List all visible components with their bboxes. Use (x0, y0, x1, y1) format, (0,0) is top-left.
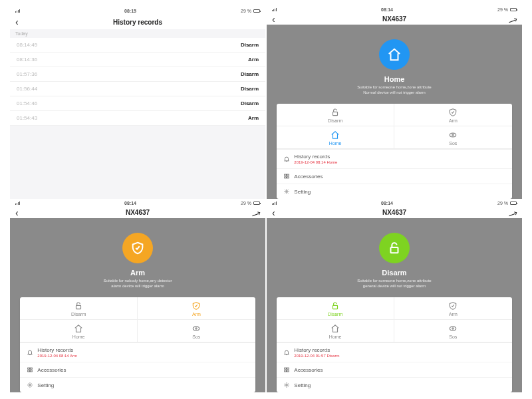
accessories-icon (283, 366, 290, 373)
history-time: 01:56:44 (17, 86, 37, 92)
history-row[interactable]: 08:14:36Arm (10, 53, 265, 67)
signal-icon (15, 201, 20, 205)
history-list: 08:14:49Disarm08:14:36Arm01:57:36Disarm0… (10, 38, 265, 126)
gear-icon (283, 188, 290, 195)
menu-accessories[interactable]: Accessories (20, 362, 255, 378)
menu-history[interactable]: History records2019-12-04 01:57 Disarm (277, 343, 511, 362)
sos-icon (192, 324, 201, 333)
signal-icon (272, 201, 277, 205)
status-bar: 08:14 29 % (267, 7, 522, 13)
signal-icon (272, 8, 277, 11)
hero-circle-arm (122, 233, 153, 263)
header: ‹ NX4637 (267, 13, 522, 25)
mode-sos[interactable]: Sos (394, 320, 512, 342)
bell-icon (27, 349, 33, 356)
hero-subtitle: Suitable for someone home,zone attribute… (338, 279, 450, 289)
header: ‹ NX4637 (267, 207, 522, 219)
battery-icon (253, 9, 260, 13)
menu-accessories[interactable]: Accessories (277, 169, 511, 184)
back-icon[interactable]: ‹ (272, 14, 275, 25)
page-title: NX4637 (126, 209, 150, 216)
screen-history: 08:15 29 % ‹ History records Today 08:14… (10, 7, 265, 199)
home-icon (74, 324, 83, 333)
history-label: Disarm (241, 86, 259, 92)
shield-icon (448, 301, 458, 311)
hero-title: Disarm (382, 269, 406, 277)
history-row[interactable]: 01:54:43Arm (10, 111, 265, 126)
status-bar: 08:14 29 % (267, 200, 522, 207)
menu-setting[interactable]: Setting (277, 378, 511, 392)
header: ‹ NX4637 (10, 207, 265, 219)
edit-icon[interactable] (252, 209, 259, 216)
mode-home[interactable]: Home (20, 320, 138, 342)
signal-icon (15, 9, 20, 13)
history-time: 01:57:36 (17, 71, 37, 77)
back-icon[interactable]: ‹ (272, 207, 275, 218)
header: ‹ History records (10, 15, 265, 29)
hero-title: Home (384, 75, 405, 83)
section-label: Today (10, 29, 265, 38)
home-icon (331, 324, 340, 333)
edit-icon[interactable] (509, 209, 515, 216)
history-row[interactable]: 01:56:44Disarm (10, 82, 265, 96)
bell-icon (283, 349, 290, 356)
screen-home: 08:14 29 % ‹ NX4637 Home Suitable for so… (267, 7, 522, 199)
back-icon[interactable]: ‹ (15, 207, 19, 218)
mode-home[interactable]: Home (277, 320, 394, 342)
screen-disarm: 08:14 29 % ‹ NX4637 Disarm Suitable for … (267, 200, 522, 392)
accessories-icon (27, 366, 33, 373)
mode-disarm[interactable]: Disarm (277, 104, 394, 126)
hero-subtitle: Suitable for someone home,zone attribute… (338, 85, 450, 96)
lock-open-icon (331, 108, 340, 117)
home-icon (387, 47, 402, 62)
history-row[interactable]: 01:57:36Disarm (10, 67, 265, 82)
history-label: Disarm (241, 42, 259, 48)
battery-text: 29 % (497, 7, 508, 12)
mode-disarm[interactable]: Disarm (20, 297, 138, 320)
hero-subtitle: Suitable for nobody home,any detectorala… (84, 279, 190, 289)
history-time: 01:54:43 (17, 115, 37, 121)
mode-sos[interactable]: Sos (394, 126, 512, 149)
shield-icon (448, 108, 458, 117)
page-title: NX4637 (382, 209, 406, 216)
history-label: Arm (248, 115, 259, 121)
lock-open-icon (331, 301, 340, 311)
mode-arm[interactable]: Arm (394, 297, 512, 320)
status-time: 08:15 (124, 9, 136, 13)
menu-history[interactable]: History records2019-12-04 08:14 Home (277, 150, 511, 169)
hero-circle-disarm (379, 233, 410, 263)
mode-arm[interactable]: Arm (394, 104, 512, 126)
history-time: 01:54:46 (17, 100, 37, 106)
menu-setting[interactable]: Setting (277, 184, 511, 199)
battery-icon (510, 8, 517, 11)
bell-icon (283, 156, 290, 162)
menu-setting[interactable]: Setting (20, 378, 255, 392)
mode-sos[interactable]: Sos (138, 320, 255, 342)
battery-icon (510, 201, 517, 205)
mode-disarm[interactable]: Disarm (277, 297, 394, 320)
lock-open-icon (74, 301, 83, 311)
mode-home[interactable]: Home (277, 126, 394, 149)
back-icon[interactable]: ‹ (15, 17, 19, 27)
shield-icon (130, 241, 145, 255)
page-title: History records (113, 19, 162, 26)
sos-icon (448, 324, 458, 333)
menu-accessories[interactable]: Accessories (277, 362, 511, 378)
history-row[interactable]: 01:54:46Disarm (10, 96, 265, 111)
battery-text: 29 % (241, 201, 251, 205)
hero-title: Arm (130, 269, 145, 277)
status-time: 08:14 (124, 201, 136, 205)
mode-arm[interactable]: Arm (138, 297, 255, 320)
edit-icon[interactable] (509, 15, 515, 23)
lock-open-icon (387, 241, 402, 255)
status-bar: 08:14 29 % (10, 200, 265, 207)
accessories-icon (283, 173, 290, 180)
status-time: 08:14 (381, 201, 393, 205)
history-time: 08:14:49 (17, 42, 37, 48)
history-row[interactable]: 08:14:49Disarm (10, 38, 265, 53)
sos-icon (448, 130, 458, 140)
gear-icon (283, 382, 290, 388)
history-time: 08:14:36 (17, 57, 37, 63)
history-label: Disarm (241, 100, 259, 106)
menu-history[interactable]: History records2019-12-04 08:14 Arm (20, 343, 255, 362)
